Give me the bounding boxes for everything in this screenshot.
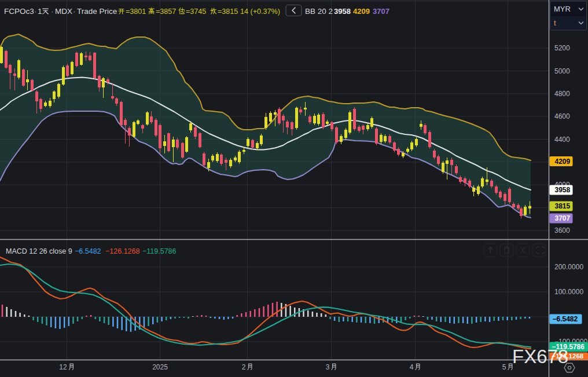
svg-text:−6.5482: −6.5482 — [75, 247, 101, 255]
svg-text:·: · — [51, 7, 54, 16]
svg-text:Trade Price: Trade Price — [77, 7, 117, 16]
svg-text:=3801: =3801 — [126, 8, 146, 16]
svg-text:3707: 3707 — [373, 7, 389, 16]
svg-text:4209: 4209 — [353, 7, 370, 16]
svg-text:=3857: =3857 — [156, 8, 176, 16]
svg-text:4: 4 — [410, 363, 414, 371]
svg-text:=3815: =3815 — [218, 8, 238, 16]
svg-text:=3745: =3745 — [186, 8, 206, 16]
svg-text:5200: 5200 — [554, 44, 570, 52]
svg-text:4209: 4209 — [555, 158, 571, 166]
svg-text:·: · — [73, 7, 76, 16]
svg-text:3815: 3815 — [555, 202, 571, 210]
svg-text:−6.5482: −6.5482 — [553, 315, 578, 323]
svg-text:100.0000: 100.0000 — [554, 288, 583, 296]
svg-text:4800: 4800 — [554, 90, 570, 98]
svg-text:200.0000: 200.0000 — [554, 263, 583, 271]
svg-text:MACD 12 26 close 9: MACD 12 26 close 9 — [6, 247, 72, 255]
svg-text:−126.1268: −126.1268 — [105, 247, 139, 255]
svg-text:BB 20 2: BB 20 2 — [305, 7, 333, 16]
svg-text:t: t — [554, 19, 556, 27]
svg-text:4400: 4400 — [554, 136, 570, 144]
svg-text:FX678: FX678 — [512, 346, 568, 367]
svg-text:12: 12 — [59, 363, 67, 371]
svg-text:·: · — [34, 7, 37, 16]
svg-text:2025: 2025 — [152, 363, 168, 371]
svg-text:4600: 4600 — [554, 112, 570, 120]
svg-text:3958: 3958 — [334, 7, 351, 16]
svg-text:3: 3 — [326, 363, 330, 371]
svg-text:MYR: MYR — [554, 5, 571, 13]
svg-text:3958: 3958 — [555, 186, 571, 194]
svg-text:2: 2 — [242, 363, 246, 371]
svg-text:14 (+0.37%): 14 (+0.37%) — [240, 8, 280, 16]
svg-text:5000: 5000 — [554, 67, 570, 75]
svg-text:3600: 3600 — [554, 226, 570, 235]
svg-text:1: 1 — [38, 7, 42, 16]
svg-text:FCPOc3: FCPOc3 — [4, 7, 34, 16]
svg-text:3707: 3707 — [555, 214, 571, 222]
svg-text:5: 5 — [502, 363, 506, 371]
svg-text:MDX: MDX — [55, 7, 72, 16]
svg-text:−119.5786: −119.5786 — [142, 247, 177, 255]
